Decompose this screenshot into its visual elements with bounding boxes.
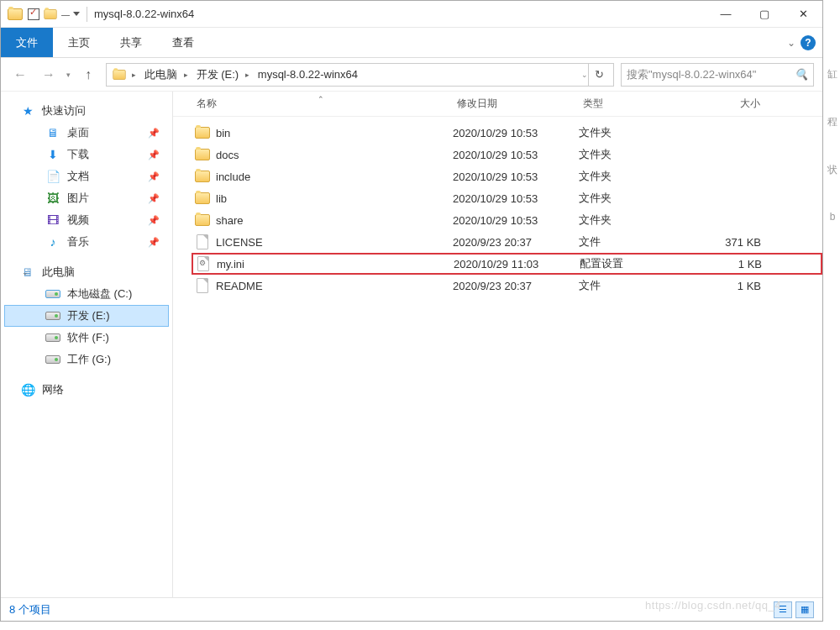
- sidebar-item-label: 软件 (F:): [67, 330, 109, 345]
- sidebar-item-label: 本地磁盘 (C:): [67, 286, 132, 302]
- up-button[interactable]: ↑: [77, 64, 99, 86]
- sidebar-item[interactable]: ⬇下载📌: [4, 144, 169, 165]
- breadcrumb-root[interactable]: 此电脑 ▸: [141, 64, 192, 86]
- file-date: 2020/10/29 11:03: [454, 258, 580, 270]
- file-row[interactable]: docs2020/10/29 10:53文件夹: [192, 144, 822, 165]
- sidebar-item[interactable]: ♪音乐📌: [4, 231, 169, 253]
- tab-file[interactable]: 文件: [1, 28, 53, 57]
- col-type[interactable]: 类型: [578, 97, 700, 111]
- sidebar-item[interactable]: 📄文档📌: [4, 165, 169, 187]
- breadcrumb-seg[interactable]: 开发 (E:) ▸: [193, 64, 253, 86]
- file-row[interactable]: include2020/10/29 10:53文件夹: [192, 165, 822, 187]
- file-row[interactable]: lib2020/10/29 10:53文件夹: [192, 187, 822, 209]
- column-headers[interactable]: 名称⌃ 修改日期 类型 大小: [173, 92, 822, 117]
- pictures-icon: 🖼: [45, 192, 60, 205]
- close-button[interactable]: ✕: [784, 1, 822, 28]
- back-button[interactable]: ←: [9, 64, 31, 86]
- address-bar[interactable]: ▸ 此电脑 ▸ 开发 (E:) ▸ mysql-8.0.22-winx64 ⌄ …: [106, 63, 614, 87]
- history-dropdown-icon[interactable]: ▾: [66, 71, 71, 79]
- folder-icon: [195, 171, 210, 182]
- file-row[interactable]: my.ini2020/10/29 11:03配置设置1 KB: [192, 253, 822, 275]
- network-icon: 🌐: [20, 383, 35, 396]
- video-icon: 🎞: [45, 213, 60, 227]
- qat-dropdown-icon[interactable]: [73, 12, 80, 16]
- sidebar-this-pc[interactable]: ⌄ 🖥 此电脑: [4, 261, 169, 283]
- sidebar-item[interactable]: 🎞视频📌: [4, 209, 169, 231]
- address-dropdown-icon[interactable]: ⌄: [581, 71, 588, 79]
- help-icon[interactable]: ?: [801, 35, 816, 50]
- file-type: 配置设置: [580, 256, 701, 271]
- sidebar-drive[interactable]: 开发 (E:): [4, 305, 169, 327]
- file-list: bin2020/10/29 10:53文件夹docs2020/10/29 10:…: [173, 117, 822, 597]
- folder-icon: [195, 214, 210, 226]
- search-input[interactable]: 搜索"mysql-8.0.22-winx64" 🔍: [621, 63, 814, 87]
- col-name[interactable]: 名称⌃: [192, 97, 452, 111]
- title-bar: mysql-8.0.22-winx64 ― ▢ ✕: [1, 1, 822, 28]
- view-icons-button[interactable]: ▦: [795, 601, 814, 618]
- expand-icon[interactable]: ⌄: [22, 268, 29, 276]
- chevron-right-icon[interactable]: ▸: [132, 71, 136, 79]
- file-size: 1 KB: [701, 258, 777, 270]
- file-date: 2020/10/29 10:53: [453, 214, 579, 227]
- search-icon[interactable]: 🔍: [795, 68, 808, 81]
- qat-check-icon[interactable]: [28, 8, 39, 20]
- sidebar-drive[interactable]: 工作 (G:): [4, 349, 169, 370]
- file-icon: [197, 278, 208, 293]
- maximize-button[interactable]: ▢: [745, 1, 784, 28]
- pin-icon: 📌: [148, 193, 160, 204]
- col-size[interactable]: 大小: [700, 97, 775, 111]
- pin-icon: 📌: [148, 171, 160, 182]
- file-name: README: [213, 280, 453, 292]
- file-type: 文件: [579, 278, 701, 293]
- title-icons: [8, 8, 23, 20]
- pin-icon: 📌: [148, 215, 160, 226]
- sidebar-item-label: 工作 (G:): [67, 352, 111, 367]
- folder-icon: [8, 8, 23, 20]
- tab-view[interactable]: 查看: [157, 28, 209, 57]
- folder-icon: [195, 192, 210, 204]
- watermark: https://blog.csdn.net/qq_4: [645, 599, 781, 612]
- pin-icon: 📌: [148, 150, 160, 160]
- file-name: include: [213, 171, 453, 183]
- edge-hints: 缸程状b: [825, 67, 840, 223]
- download-icon: ⬇: [45, 148, 60, 161]
- refresh-button[interactable]: ↻: [588, 64, 610, 86]
- sidebar-drive[interactable]: 软件 (F:): [4, 327, 169, 349]
- sidebar-item[interactable]: 🖼图片📌: [4, 187, 169, 209]
- breadcrumb-seg[interactable]: mysql-8.0.22-winx64: [255, 64, 361, 86]
- window-title: mysql-8.0.22-winx64: [94, 8, 194, 20]
- sidebar-quick-access[interactable]: ★ 快速访问: [4, 100, 169, 122]
- tab-home[interactable]: 主页: [53, 28, 105, 57]
- forward-button[interactable]: →: [38, 64, 60, 86]
- file-type: 文件夹: [579, 169, 701, 184]
- file-row[interactable]: bin2020/10/29 10:53文件夹: [192, 122, 822, 144]
- minimize-button[interactable]: ―: [706, 1, 745, 28]
- tab-share[interactable]: 共享: [105, 28, 157, 57]
- sidebar-drive[interactable]: 本地磁盘 (C:): [4, 283, 169, 305]
- file-date: 2020/9/23 20:37: [453, 280, 579, 292]
- document-icon: 📄: [45, 170, 60, 183]
- sort-indicator-icon: ⌃: [318, 95, 324, 103]
- quick-access-toolbar[interactable]: [28, 8, 80, 20]
- folder-icon: [195, 149, 210, 160]
- qat-folder-icon[interactable]: [44, 9, 56, 19]
- file-date: 2020/9/23 20:37: [453, 236, 579, 249]
- file-date: 2020/10/29 10:53: [453, 171, 579, 183]
- drive-icon: [45, 355, 60, 364]
- sidebar-item-label: 音乐: [67, 234, 89, 249]
- body: ★ 快速访问 🖥桌面📌⬇下载📌📄文档📌🖼图片📌🎞视频📌♪音乐📌 ⌄ 🖥 此电脑 …: [1, 92, 822, 597]
- ini-file-icon: [197, 256, 209, 271]
- ribbon-expand-icon[interactable]: ⌄: [787, 37, 795, 49]
- star-icon: ★: [20, 104, 35, 118]
- address-folder-icon: [113, 70, 125, 80]
- desktop-icon: 🖥: [45, 126, 60, 139]
- col-date[interactable]: 修改日期: [452, 97, 578, 111]
- file-row[interactable]: share2020/10/29 10:53文件夹: [192, 209, 822, 231]
- file-size: 1 KB: [701, 280, 776, 292]
- drive-icon: [45, 333, 60, 342]
- sidebar-item[interactable]: 🖥桌面📌: [4, 122, 169, 144]
- file-row[interactable]: README2020/9/23 20:37文件1 KB: [192, 275, 822, 297]
- sidebar-item-label: 桌面: [67, 125, 89, 140]
- file-row[interactable]: LICENSE2020/9/23 20:37文件371 KB: [192, 231, 822, 253]
- sidebar-network[interactable]: 🌐 网络: [4, 379, 169, 401]
